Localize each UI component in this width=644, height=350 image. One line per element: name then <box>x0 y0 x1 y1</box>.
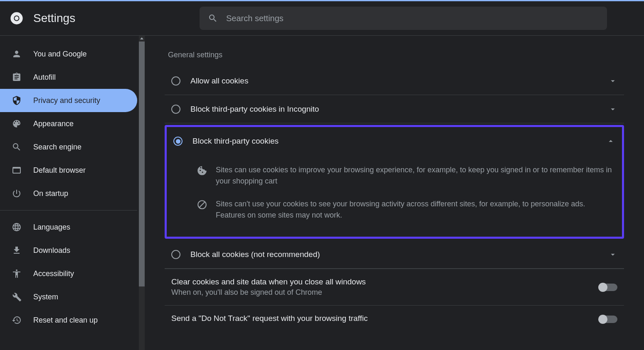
sidebar-item-autofill[interactable]: Autofill <box>0 66 137 89</box>
option-label: Allow all cookies <box>190 76 598 86</box>
shield-icon <box>12 95 22 105</box>
content-area: General settings Allow all cookies Block… <box>145 36 644 350</box>
sidebar-item-label: Downloads <box>33 246 70 255</box>
search-icon <box>12 142 22 152</box>
page-title: Settings <box>33 12 75 25</box>
detail-row-cookie: Sites can use cookies to improve your br… <box>197 159 615 193</box>
setting-title: Clear cookies and site data when you clo… <box>171 277 591 286</box>
sidebar: You and Google Autofill Privacy and secu… <box>0 36 145 350</box>
search-input[interactable] <box>226 14 599 23</box>
clipboard-icon <box>12 72 22 82</box>
block-icon <box>197 199 207 210</box>
radio-button-selected[interactable] <box>173 137 183 146</box>
sidebar-item-label: You and Google <box>33 50 86 59</box>
wrench-icon <box>12 292 22 302</box>
restore-icon <box>12 315 22 325</box>
sidebar-item-downloads[interactable]: Downloads <box>0 239 137 262</box>
scroll-up-arrow-icon[interactable] <box>140 37 144 41</box>
radio-button[interactable] <box>171 76 180 86</box>
chevron-down-icon[interactable] <box>608 250 617 259</box>
app-header: Settings <box>0 0 644 36</box>
sidebar-item-you-and-google[interactable]: You and Google <box>0 42 137 66</box>
radio-button[interactable] <box>171 250 180 259</box>
sidebar-divider <box>0 210 137 210</box>
sidebar-item-label: Appearance <box>33 120 74 128</box>
scrollbar-thumb[interactable] <box>139 42 145 286</box>
sidebar-item-label: Default browser <box>33 166 86 175</box>
sidebar-item-appearance[interactable]: Appearance <box>0 112 137 135</box>
cookie-icon <box>197 165 207 176</box>
sidebar-item-accessibility[interactable]: Accessibility <box>0 262 137 285</box>
setting-text: Clear cookies and site data when you clo… <box>171 277 591 297</box>
palette-icon <box>12 119 22 129</box>
toggle-switch[interactable] <box>599 316 617 323</box>
sidebar-item-label: Accessibility <box>33 269 74 278</box>
chevron-down-icon[interactable] <box>608 76 617 86</box>
chevron-up-icon[interactable] <box>606 137 615 146</box>
sidebar-item-privacy-and-security[interactable]: Privacy and security <box>0 89 137 112</box>
setting-text: Send a "Do Not Track" request with your … <box>171 314 591 325</box>
search-icon <box>208 13 218 23</box>
sidebar-item-label: On startup <box>33 189 68 198</box>
sidebar-item-on-startup[interactable]: On startup <box>0 182 137 205</box>
accessibility-icon <box>12 269 22 279</box>
setting-description: When on, you'll also be signed out of Ch… <box>171 288 591 297</box>
option-label: Block third-party cookies <box>192 137 596 146</box>
person-icon <box>12 49 22 59</box>
scrollbar-track[interactable] <box>139 36 145 350</box>
setting-title: Send a "Do Not Track" request with your … <box>171 314 591 323</box>
sidebar-item-languages[interactable]: Languages <box>0 215 137 239</box>
sidebar-item-reset-and-clean-up[interactable]: Reset and clean up <box>0 308 137 332</box>
setting-do-not-track: Send a "Do Not Track" request with your … <box>165 305 624 333</box>
option-label: Block third-party cookies in Incognito <box>190 105 598 114</box>
expanded-details: Sites can use cookies to improve your br… <box>167 155 622 237</box>
logo-title-group: Settings <box>10 12 200 25</box>
sidebar-item-label: Reset and clean up <box>33 316 98 325</box>
detail-text: Sites can't use your cookies to see your… <box>216 198 615 221</box>
chevron-down-icon[interactable] <box>608 105 617 114</box>
sidebar-item-search-engine[interactable]: Search engine <box>0 135 137 159</box>
setting-clear-cookies-on-close: Clear cookies and site data when you clo… <box>165 269 624 305</box>
toggle-switch[interactable] <box>599 284 617 291</box>
option-label: Block all cookies (not recommended) <box>190 250 598 259</box>
search-container[interactable] <box>200 7 607 30</box>
section-label: General settings <box>165 51 624 59</box>
detail-row-block: Sites can't use your cookies to see your… <box>197 193 615 227</box>
sidebar-item-label: System <box>33 293 58 301</box>
option-block-third-party[interactable]: Block third-party cookies <box>167 127 622 155</box>
download-icon <box>12 245 22 255</box>
option-allow-all-cookies[interactable]: Allow all cookies <box>165 67 624 95</box>
svg-point-2 <box>15 16 18 20</box>
sidebar-item-label: Languages <box>33 223 70 232</box>
sidebar-item-system[interactable]: System <box>0 285 137 308</box>
globe-icon <box>12 222 22 232</box>
detail-text: Sites can use cookies to improve your br… <box>216 164 615 187</box>
sidebar-item-label: Search engine <box>33 143 81 152</box>
power-icon <box>12 188 22 198</box>
highlighted-selection-box: Block third-party cookies Sites can use … <box>165 125 624 239</box>
chrome-logo-icon <box>10 12 23 25</box>
browser-icon <box>12 165 22 175</box>
option-block-third-party-incognito[interactable]: Block third-party cookies in Incognito <box>165 95 624 123</box>
radio-button[interactable] <box>171 105 180 114</box>
option-block-all-cookies[interactable]: Block all cookies (not recommended) <box>165 240 624 269</box>
sidebar-item-label: Autofill <box>33 73 56 82</box>
sidebar-item-label: Privacy and security <box>33 96 100 105</box>
sidebar-item-default-browser[interactable]: Default browser <box>0 159 137 182</box>
